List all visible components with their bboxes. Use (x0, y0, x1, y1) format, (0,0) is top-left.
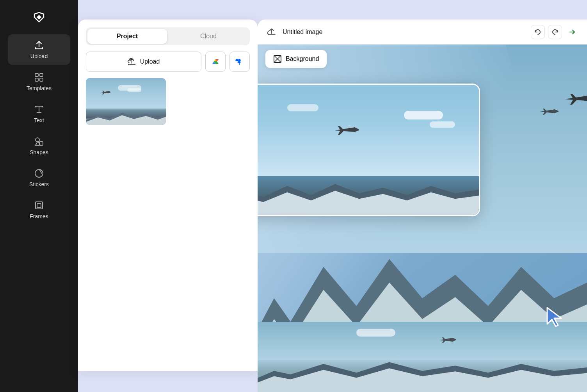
upload-button[interactable]: Upload (86, 52, 201, 72)
sidebar-item-upload[interactable]: Upload (8, 34, 70, 65)
bottom-airplane-icon (439, 336, 458, 344)
sidebar-item-label-shapes: Shapes (30, 149, 48, 155)
cursor (545, 306, 564, 330)
background-icon (273, 55, 282, 63)
tab-project[interactable]: Project (87, 29, 167, 44)
thumbnail-item[interactable] (86, 78, 166, 125)
upload-cloud-icon (128, 57, 136, 66)
tabs-row: Project Cloud (86, 27, 250, 45)
bottom-image-strip (258, 322, 587, 392)
sidebar-item-label-stickers: Stickers (29, 181, 49, 187)
background-button[interactable]: Background (265, 50, 327, 68)
sidebar-item-label-frames: Frames (30, 213, 48, 219)
google-drive-icon (211, 57, 220, 66)
sidebar-item-text[interactable]: Text (8, 98, 70, 129)
right-airplane-container (564, 91, 587, 109)
svg-rect-4 (40, 78, 43, 81)
airplane-thumbnail-icon (100, 90, 111, 95)
svg-rect-1 (35, 73, 38, 77)
sidebar-item-shapes[interactable]: Shapes (8, 130, 70, 161)
svg-point-5 (36, 138, 39, 142)
stickers-icon (34, 168, 44, 179)
upload-actions: Upload (86, 52, 250, 72)
frames-icon (34, 200, 44, 211)
canvas-visual (258, 45, 587, 392)
send-button[interactable] (565, 25, 579, 39)
svg-rect-9 (37, 203, 41, 207)
undo-button[interactable] (531, 25, 545, 39)
sidebar-item-frames[interactable]: Frames (8, 194, 70, 225)
header-bar: Untitled image (258, 20, 587, 45)
sidebar-item-templates[interactable]: Templates (8, 66, 70, 97)
sidebar: Upload Templates Text (0, 0, 78, 392)
svg-rect-2 (40, 73, 43, 77)
google-drive-button[interactable] (205, 52, 226, 72)
undo-icon (534, 29, 541, 36)
background-airplane-icon (539, 107, 560, 116)
sidebar-item-label-templates: Templates (27, 85, 52, 91)
right-airplane-icon (564, 91, 587, 107)
shapes-icon (34, 136, 44, 147)
upload-panel: Project Cloud Upload (78, 20, 258, 371)
sidebar-item-stickers[interactable]: Stickers (8, 162, 70, 193)
main-airplane-icon (333, 125, 361, 136)
dropbox-icon (235, 57, 244, 66)
dropbox-button[interactable] (229, 52, 250, 72)
redo-icon (551, 29, 559, 36)
redo-button[interactable] (548, 25, 562, 39)
text-icon (34, 104, 44, 115)
sidebar-item-label-upload: Upload (30, 53, 48, 59)
app-logo[interactable] (30, 8, 48, 27)
templates-icon (34, 72, 44, 83)
svg-rect-3 (35, 78, 38, 81)
tab-cloud[interactable]: Cloud (169, 29, 248, 44)
sidebar-item-label-text: Text (34, 117, 44, 123)
header-actions (531, 25, 579, 39)
main-image-card[interactable] (258, 84, 480, 216)
thumbnail-grid (86, 78, 250, 125)
header-title: Untitled image (283, 29, 526, 36)
send-icon (568, 28, 576, 36)
header-upload-cloud-icon (265, 26, 278, 38)
svg-rect-8 (36, 202, 43, 209)
upload-icon (34, 40, 44, 51)
